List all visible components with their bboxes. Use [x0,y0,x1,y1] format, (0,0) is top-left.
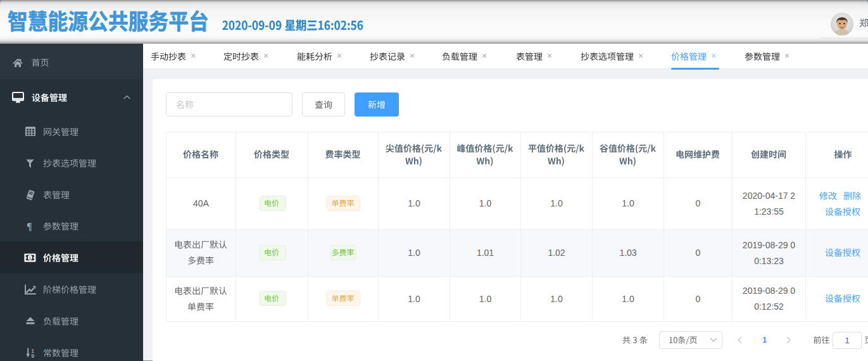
svg-text:¶: ¶ [27,221,32,231]
svg-text:9: 9 [31,353,34,358]
